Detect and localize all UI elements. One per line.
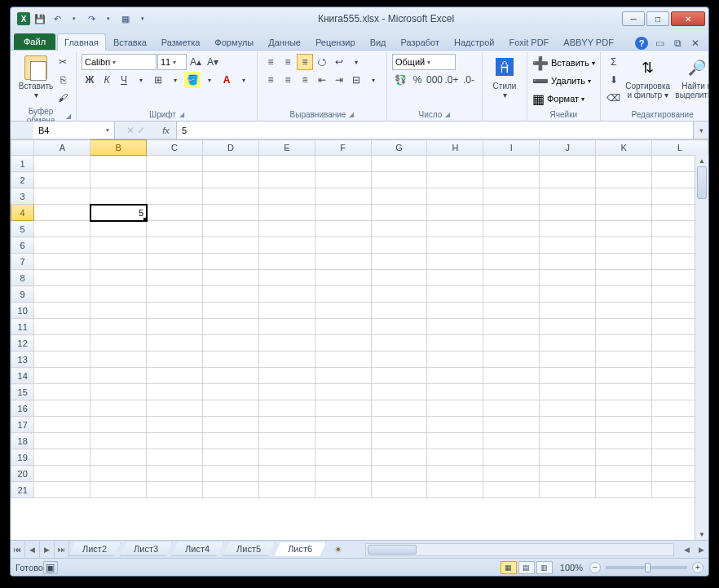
cell-H6[interactable] bbox=[427, 237, 483, 254]
cell-A12[interactable] bbox=[34, 335, 90, 351]
cell-F15[interactable] bbox=[315, 384, 371, 400]
cell-B5[interactable] bbox=[90, 221, 147, 237]
cell-D15[interactable] bbox=[202, 384, 258, 400]
scroll-down-icon[interactable]: ▼ bbox=[695, 528, 708, 540]
cell-F20[interactable] bbox=[315, 466, 371, 482]
cell-F4[interactable] bbox=[315, 205, 371, 221]
cell-C9[interactable] bbox=[147, 286, 203, 303]
cell-H3[interactable] bbox=[427, 188, 483, 205]
cell-J5[interactable] bbox=[540, 221, 596, 237]
cell-A17[interactable] bbox=[34, 417, 90, 433]
cell-H20[interactable] bbox=[427, 466, 483, 482]
cell-A15[interactable] bbox=[34, 384, 90, 400]
sheet-tab-Лист5[interactable]: Лист5 bbox=[223, 542, 275, 556]
font-color-dropdown-icon[interactable]: ▾ bbox=[236, 72, 252, 88]
cell-E1[interactable] bbox=[258, 156, 315, 172]
delete-cells-button[interactable]: ➖Удалить ▾ bbox=[532, 72, 595, 90]
cell-J14[interactable] bbox=[540, 368, 596, 384]
save-icon[interactable]: 💾 bbox=[33, 11, 47, 26]
cell-C6[interactable] bbox=[147, 237, 203, 254]
cell-A2[interactable] bbox=[34, 172, 90, 188]
cell-F6[interactable] bbox=[315, 237, 371, 254]
cell-C21[interactable] bbox=[147, 482, 203, 498]
cell-K2[interactable] bbox=[596, 172, 652, 188]
cell-B11[interactable] bbox=[90, 319, 147, 335]
cell-C12[interactable] bbox=[147, 335, 203, 351]
cell-A5[interactable] bbox=[34, 221, 90, 237]
row-header-21[interactable]: 21 bbox=[11, 482, 34, 498]
minimize-ribbon-icon[interactable]: ▭ bbox=[653, 37, 666, 50]
sheet-nav-next-icon[interactable]: ▶ bbox=[40, 541, 55, 558]
cell-C14[interactable] bbox=[147, 368, 203, 384]
cell-G14[interactable] bbox=[371, 368, 427, 384]
cell-G18[interactable] bbox=[371, 433, 427, 449]
row-header-7[interactable]: 7 bbox=[11, 254, 34, 270]
cell-F9[interactable] bbox=[315, 286, 371, 303]
cell-B6[interactable] bbox=[90, 237, 147, 254]
cell-H1[interactable] bbox=[427, 156, 483, 172]
cell-B14[interactable] bbox=[90, 368, 147, 384]
cell-C8[interactable] bbox=[147, 270, 203, 286]
cell-D2[interactable] bbox=[202, 172, 258, 188]
cell-D3[interactable] bbox=[202, 188, 258, 205]
font-name-select[interactable]: Calibri▾ bbox=[82, 54, 157, 70]
row-header-20[interactable]: 20 bbox=[11, 466, 34, 482]
cell-A4[interactable] bbox=[34, 205, 90, 221]
cell-K5[interactable] bbox=[596, 221, 652, 237]
cell-F3[interactable] bbox=[315, 188, 371, 205]
ribbon-tab-формулы[interactable]: Формулы bbox=[207, 33, 261, 51]
cell-H5[interactable] bbox=[427, 221, 483, 237]
cell-H17[interactable] bbox=[427, 417, 483, 433]
cell-F1[interactable] bbox=[315, 156, 371, 172]
cell-B7[interactable] bbox=[90, 254, 147, 270]
cell-A6[interactable] bbox=[34, 237, 90, 254]
cell-G21[interactable] bbox=[371, 482, 427, 498]
increase-decimal-icon[interactable]: .0+ bbox=[443, 72, 460, 88]
cell-F13[interactable] bbox=[315, 351, 371, 368]
italic-button[interactable]: К bbox=[99, 72, 115, 88]
indent-decrease-icon[interactable]: ⇤ bbox=[314, 72, 330, 88]
cell-A14[interactable] bbox=[34, 368, 90, 384]
cell-I2[interactable] bbox=[483, 172, 540, 188]
cell-A13[interactable] bbox=[34, 351, 90, 368]
cut-icon[interactable]: ✂ bbox=[55, 54, 71, 70]
ribbon-tab-abbyy pdf[interactable]: ABBYY PDF bbox=[556, 33, 621, 51]
align-top-icon[interactable]: ≡ bbox=[262, 54, 279, 70]
cell-A16[interactable] bbox=[34, 400, 90, 417]
cell-I17[interactable] bbox=[483, 417, 540, 433]
cell-G6[interactable] bbox=[371, 237, 427, 254]
cell-K10[interactable] bbox=[596, 303, 652, 319]
cell-E3[interactable] bbox=[258, 188, 315, 205]
col-header-L[interactable]: L bbox=[651, 140, 708, 156]
align-bottom-icon[interactable]: ≡ bbox=[297, 54, 313, 70]
maximize-button[interactable]: □ bbox=[646, 11, 669, 26]
cell-K20[interactable] bbox=[596, 466, 652, 482]
cell-H4[interactable] bbox=[427, 205, 483, 221]
cell-C17[interactable] bbox=[147, 417, 203, 433]
normal-view-icon[interactable]: ▦ bbox=[501, 561, 517, 574]
cell-C11[interactable] bbox=[147, 319, 203, 335]
cell-E6[interactable] bbox=[258, 237, 315, 254]
percent-icon[interactable]: % bbox=[409, 72, 426, 88]
cell-C15[interactable] bbox=[147, 384, 203, 400]
macro-record-icon[interactable]: ▣ bbox=[43, 561, 58, 574]
cell-A8[interactable] bbox=[34, 270, 90, 286]
cell-F11[interactable] bbox=[315, 319, 371, 335]
restore-workbook-icon[interactable]: ⧉ bbox=[671, 37, 684, 50]
border-dropdown-icon[interactable]: ▾ bbox=[167, 72, 183, 88]
vertical-scrollbar[interactable]: ▲ ▼ bbox=[695, 155, 708, 540]
cell-H13[interactable] bbox=[427, 351, 483, 368]
clipboard-launcher-icon[interactable]: ◢ bbox=[66, 113, 71, 120]
sheet-nav-first-icon[interactable]: ⏮ bbox=[11, 541, 25, 558]
cell-J6[interactable] bbox=[540, 237, 596, 254]
cell-D17[interactable] bbox=[202, 417, 258, 433]
ribbon-tab-разметка[interactable]: Разметка bbox=[154, 33, 208, 51]
row-header-6[interactable]: 6 bbox=[11, 237, 34, 254]
cell-B18[interactable] bbox=[90, 433, 147, 449]
copy-icon[interactable]: ⎘ bbox=[55, 72, 71, 88]
cell-F17[interactable] bbox=[315, 417, 371, 433]
cell-B16[interactable] bbox=[90, 400, 147, 417]
number-format-select[interactable]: Общий▾ bbox=[392, 54, 456, 70]
hscroll-left-icon[interactable]: ◀ bbox=[679, 541, 694, 558]
cell-E16[interactable] bbox=[258, 400, 315, 417]
